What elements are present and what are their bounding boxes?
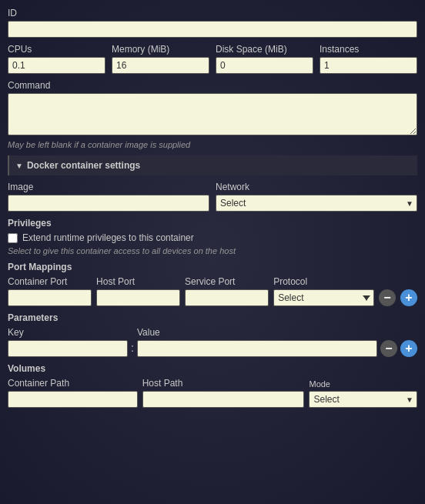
key-col: Key <box>8 327 128 357</box>
extend-label: Extend runtime privileges to this contai… <box>22 232 194 243</box>
command-hint: May be left blank if a container image i… <box>8 140 417 149</box>
colon-separator: : <box>131 342 134 357</box>
plus-icon: + <box>405 291 412 305</box>
disk-input[interactable] <box>216 57 313 74</box>
params-plus-icon: + <box>405 342 412 355</box>
network-select[interactable]: Select bridge host none <box>216 195 417 212</box>
image-input[interactable] <box>8 195 209 212</box>
memory-label: Memory (MiB) <box>112 44 209 55</box>
volumes-label: Volumes <box>8 363 417 374</box>
port-mappings-label: Port Mappings <box>8 262 417 272</box>
params-add-button[interactable]: + <box>400 340 417 357</box>
instances-label: Instances <box>320 44 417 55</box>
parameters-section: Parameters Key : Value − + <box>8 312 417 357</box>
host-path-col: Host Path <box>142 378 305 408</box>
instances-col: Instances <box>320 44 417 74</box>
docker-chevron-icon: ▼ <box>15 162 23 170</box>
host-path-label: Host Path <box>142 378 305 389</box>
host-port-label: Host Port <box>96 276 180 287</box>
service-port-label: Service Port <box>185 276 269 287</box>
extend-privileges-row: Extend runtime privileges to this contai… <box>8 232 417 243</box>
docker-section-header[interactable]: ▼ Docker container settings <box>8 155 417 175</box>
extend-privileges-checkbox[interactable] <box>8 233 18 243</box>
container-port-col: Container Port <box>8 276 92 306</box>
image-col: Image <box>8 182 209 212</box>
cpus-label: CPUs <box>8 44 105 55</box>
privileges-hint: Select to give this container access to … <box>8 246 417 255</box>
host-port-col: Host Port <box>96 276 180 306</box>
volumes-row: Container Path Host Path Mode Select RW … <box>8 378 417 408</box>
command-input[interactable] <box>8 93 417 135</box>
docker-section-label: Docker container settings <box>27 160 140 171</box>
network-label: Network <box>216 182 417 192</box>
container-port-input[interactable] <box>8 289 92 306</box>
parameters-label: Parameters <box>8 312 417 323</box>
privileges-section: Privileges Extend runtime privileges to … <box>8 218 417 255</box>
port-mappings-section: Port Mappings Container Port Host Port S… <box>8 262 417 306</box>
key-label: Key <box>8 327 128 338</box>
mode-label: Mode <box>309 379 417 389</box>
params-row: Key : Value − + <box>8 327 417 357</box>
protocol-label: Protocol <box>273 276 374 287</box>
params-remove-button[interactable]: − <box>380 340 397 357</box>
network-col: Network Select bridge host none ▼ <box>216 182 417 212</box>
disk-col: Disk Space (MiB) <box>216 44 313 74</box>
port-row: Container Port Host Port Service Port Pr… <box>8 276 417 306</box>
container-port-label: Container Port <box>8 276 92 287</box>
value-input[interactable] <box>137 340 377 357</box>
port-add-button[interactable]: + <box>400 289 417 306</box>
mode-col: Mode Select RW RO ▼ <box>309 379 417 408</box>
container-path-input[interactable] <box>8 391 138 408</box>
command-label: Command <box>8 80 417 91</box>
container-path-col: Container Path <box>8 378 138 408</box>
id-section: ID <box>8 8 417 38</box>
value-col: Value <box>137 327 377 357</box>
volumes-section: Volumes Container Path Host Path Mode Se… <box>8 363 417 408</box>
resources-row: CPUs Memory (MiB) Disk Space (MiB) Insta… <box>8 44 417 74</box>
cpus-input[interactable] <box>8 57 105 74</box>
container-path-label: Container Path <box>8 378 138 389</box>
privileges-label: Privileges <box>8 218 417 229</box>
id-input[interactable] <box>8 21 417 38</box>
protocol-col: Protocol Select tcp udp ▼ <box>273 276 374 306</box>
host-port-input[interactable] <box>96 289 180 306</box>
id-label: ID <box>8 8 417 18</box>
memory-input[interactable] <box>112 57 209 74</box>
command-section: Command May be left blank if a container… <box>8 80 417 149</box>
host-path-input[interactable] <box>142 391 305 408</box>
image-network-row: Image Network Select bridge host none ▼ <box>8 182 417 212</box>
minus-icon: − <box>383 291 390 305</box>
protocol-select-wrap: Select tcp udp ▼ <box>273 289 374 306</box>
mode-select-wrap: Select RW RO ▼ <box>309 391 417 408</box>
disk-label: Disk Space (MiB) <box>216 44 313 55</box>
service-port-col: Service Port <box>185 276 269 306</box>
params-minus-icon: − <box>385 342 392 355</box>
image-label: Image <box>8 182 209 192</box>
instances-input[interactable] <box>320 57 417 74</box>
mode-select[interactable]: Select RW RO <box>309 391 417 408</box>
network-select-wrap: Select bridge host none ▼ <box>216 195 417 212</box>
key-input[interactable] <box>8 340 128 357</box>
cpus-col: CPUs <box>8 44 105 74</box>
protocol-select[interactable]: Select tcp udp <box>273 289 374 306</box>
memory-col: Memory (MiB) <box>112 44 209 74</box>
service-port-input[interactable] <box>185 289 269 306</box>
value-label: Value <box>137 327 377 338</box>
port-remove-button[interactable]: − <box>379 289 396 306</box>
